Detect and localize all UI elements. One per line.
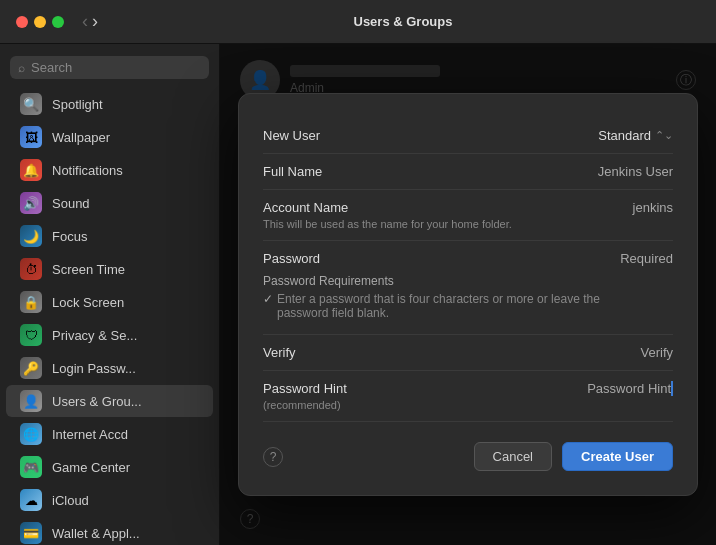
nav-arrows: ‹ › bbox=[82, 11, 98, 32]
account-name-value[interactable]: jenkins bbox=[633, 200, 673, 215]
sidebar-icon-users: 👤 bbox=[20, 390, 42, 412]
new-user-row: New User Standard ⌃⌄ bbox=[263, 118, 673, 154]
full-name-field-label: Full Name bbox=[263, 164, 403, 179]
new-user-modal: New User Standard ⌃⌄ Full Name Jenkins U… bbox=[238, 93, 698, 496]
sidebar-label-internet: Internet Accd bbox=[52, 427, 128, 442]
sidebar-icon-loginpw: 🔑 bbox=[20, 357, 42, 379]
sidebar-label-notifications: Notifications bbox=[52, 163, 123, 178]
new-user-select-wrap[interactable]: Standard ⌃⌄ bbox=[598, 128, 673, 143]
search-box[interactable]: ⌕ bbox=[10, 56, 209, 79]
modal-footer: ? Cancel Create User bbox=[263, 442, 673, 471]
pw-req-item: ✓ Enter a password that is four characte… bbox=[263, 292, 620, 320]
sidebar-label-sound: Sound bbox=[52, 196, 90, 211]
sidebar-item-loginpw[interactable]: 🔑Login Passw... bbox=[6, 352, 213, 384]
sidebar-icon-gamecenter: 🎮 bbox=[20, 456, 42, 478]
minimize-button[interactable] bbox=[34, 16, 46, 28]
sidebar-icon-wallpaper: 🖼 bbox=[20, 126, 42, 148]
sidebar-item-focus[interactable]: 🌙Focus bbox=[6, 220, 213, 252]
maximize-button[interactable] bbox=[52, 16, 64, 28]
sidebar-icon-privacy: 🛡 bbox=[20, 324, 42, 346]
password-hint-row: Password Hint (recommended) Password Hin… bbox=[263, 371, 673, 422]
password-label-group: Password Password Requirements ✓ Enter a… bbox=[263, 251, 620, 324]
sidebar-icon-lockscreen: 🔒 bbox=[20, 291, 42, 313]
sidebar-item-internet[interactable]: 🌐Internet Accd bbox=[6, 418, 213, 450]
sidebar-icon-sound: 🔊 bbox=[20, 192, 42, 214]
sidebar-item-privacy[interactable]: 🛡Privacy & Se... bbox=[6, 319, 213, 351]
new-user-field-label: New User bbox=[263, 128, 403, 143]
sidebar-icon-spotlight: 🔍 bbox=[20, 93, 42, 115]
sidebar-label-loginpw: Login Passw... bbox=[52, 361, 136, 376]
sidebar-item-spotlight[interactable]: 🔍Spotlight bbox=[6, 88, 213, 120]
close-button[interactable] bbox=[16, 16, 28, 28]
sidebar-label-lockscreen: Lock Screen bbox=[52, 295, 124, 310]
password-hint-value[interactable]: Password Hint bbox=[587, 381, 673, 396]
verify-row: Verify Verify bbox=[263, 335, 673, 371]
sidebar-label-wallpaper: Wallpaper bbox=[52, 130, 110, 145]
pw-req-title: Password Requirements bbox=[263, 274, 620, 288]
sidebar-item-wallet[interactable]: 💳Wallet & Appl... bbox=[6, 517, 213, 545]
content-area: 👤 Admin ⓘ Add User... Automatic Login Of… bbox=[220, 44, 716, 545]
verify-field-label: Verify bbox=[263, 345, 403, 360]
main-layout: ⌕ 🔍Spotlight🖼Wallpaper🔔Notifications🔊Sou… bbox=[0, 44, 716, 545]
sidebar: ⌕ 🔍Spotlight🖼Wallpaper🔔Notifications🔊Sou… bbox=[0, 44, 220, 545]
sidebar-label-screentime: Screen Time bbox=[52, 262, 125, 277]
full-name-value[interactable]: Jenkins User bbox=[598, 164, 673, 179]
search-icon: ⌕ bbox=[18, 61, 25, 75]
window-title: Users & Groups bbox=[106, 14, 700, 29]
account-name-label-group: Account Name This will be used as the na… bbox=[263, 200, 512, 230]
sidebar-item-users[interactable]: 👤Users & Grou... bbox=[6, 385, 213, 417]
password-hint-label-group: Password Hint (recommended) bbox=[263, 381, 403, 411]
account-name-sublabel: This will be used as the name for your h… bbox=[263, 218, 512, 230]
sidebar-item-lockscreen[interactable]: 🔒Lock Screen bbox=[6, 286, 213, 318]
forward-arrow[interactable]: › bbox=[92, 11, 98, 32]
sidebar-item-screentime[interactable]: ⏱Screen Time bbox=[6, 253, 213, 285]
account-name-row: Account Name This will be used as the na… bbox=[263, 190, 673, 241]
sidebar-item-icloud[interactable]: ☁iCloud bbox=[6, 484, 213, 516]
password-hint-sublabel: (recommended) bbox=[263, 399, 403, 411]
full-name-row: Full Name Jenkins User bbox=[263, 154, 673, 190]
pw-req-text: Enter a password that is four characters… bbox=[277, 292, 620, 320]
traffic-lights bbox=[16, 16, 64, 28]
sidebar-icon-focus: 🌙 bbox=[20, 225, 42, 247]
sidebar-icon-internet: 🌐 bbox=[20, 423, 42, 445]
sidebar-label-wallet: Wallet & Appl... bbox=[52, 526, 140, 541]
account-name-field-label: Account Name bbox=[263, 200, 512, 215]
sidebar-item-notifications[interactable]: 🔔Notifications bbox=[6, 154, 213, 186]
sidebar-icon-wallet: 💳 bbox=[20, 522, 42, 544]
sidebar-icon-icloud: ☁ bbox=[20, 489, 42, 511]
titlebar: ‹ › Users & Groups bbox=[0, 0, 716, 44]
sidebar-item-gamecenter[interactable]: 🎮Game Center bbox=[6, 451, 213, 483]
password-value[interactable]: Required bbox=[620, 251, 673, 266]
password-field-label: Password bbox=[263, 251, 620, 266]
verify-value[interactable]: Verify bbox=[640, 345, 673, 360]
sidebar-label-focus: Focus bbox=[52, 229, 87, 244]
sidebar-label-spotlight: Spotlight bbox=[52, 97, 103, 112]
sidebar-label-privacy: Privacy & Se... bbox=[52, 328, 137, 343]
pw-check-icon: ✓ bbox=[263, 292, 273, 306]
sidebar-item-sound[interactable]: 🔊Sound bbox=[6, 187, 213, 219]
sidebar-icon-screentime: ⏱ bbox=[20, 258, 42, 280]
sidebar-icon-notifications: 🔔 bbox=[20, 159, 42, 181]
back-arrow[interactable]: ‹ bbox=[82, 11, 88, 32]
sidebar-item-wallpaper[interactable]: 🖼Wallpaper bbox=[6, 121, 213, 153]
new-user-select-arrow: ⌃⌄ bbox=[655, 129, 673, 142]
new-user-value: Standard bbox=[598, 128, 651, 143]
sidebar-label-icloud: iCloud bbox=[52, 493, 89, 508]
cancel-button[interactable]: Cancel bbox=[474, 442, 552, 471]
password-row: Password Password Requirements ✓ Enter a… bbox=[263, 241, 673, 335]
sidebar-label-users: Users & Grou... bbox=[52, 394, 142, 409]
modal-help-button[interactable]: ? bbox=[263, 447, 283, 467]
modal-overlay: New User Standard ⌃⌄ Full Name Jenkins U… bbox=[220, 44, 716, 545]
create-user-button[interactable]: Create User bbox=[562, 442, 673, 471]
sidebar-label-gamecenter: Game Center bbox=[52, 460, 130, 475]
password-hint-field-label: Password Hint bbox=[263, 381, 403, 396]
password-requirements: Password Requirements ✓ Enter a password… bbox=[263, 266, 620, 324]
search-input[interactable] bbox=[31, 60, 201, 75]
